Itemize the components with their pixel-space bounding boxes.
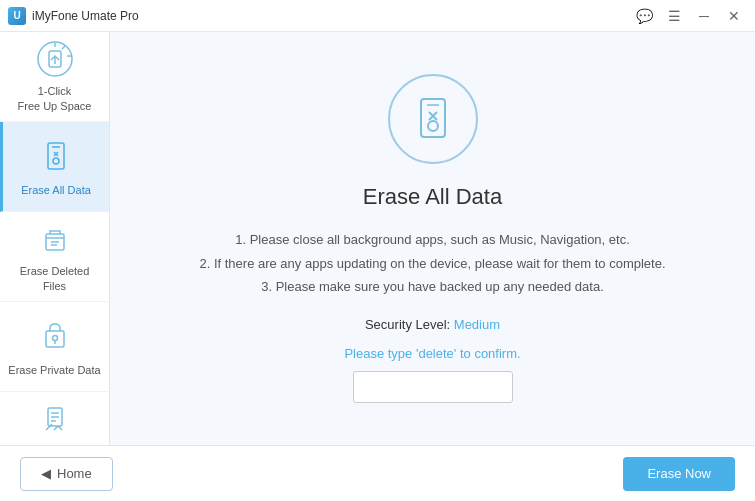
app-title: iMyFone Umate Pro	[32, 9, 139, 23]
svg-point-8	[53, 158, 59, 164]
main-layout: 1-ClickFree Up Space Erase All Data	[0, 32, 755, 445]
confirm-text: Please type 'delete' to confirm.	[344, 346, 520, 361]
erase-fragments-label: Erase Private Fragments	[8, 444, 101, 445]
instruction-1: 1. Please close all background apps, suc…	[199, 228, 665, 251]
footer: ◀ Home Erase Now	[0, 445, 755, 501]
app-icon: U	[8, 7, 26, 25]
security-label: Security Level:	[365, 317, 450, 332]
svg-point-22	[428, 121, 438, 131]
sidebar-item-erase-all[interactable]: Erase All Data	[0, 122, 109, 212]
home-arrow-icon: ◀	[41, 466, 51, 481]
content-area: Erase All Data 1. Please close all backg…	[110, 32, 755, 445]
erase-all-label: Erase All Data	[21, 183, 91, 197]
home-button[interactable]: ◀ Home	[20, 457, 113, 491]
instruction-3: 3. Please make sure you have backed up a…	[199, 275, 665, 298]
erase-private-label: Erase Private Data	[8, 363, 100, 377]
sidebar: 1-ClickFree Up Space Erase All Data	[0, 32, 110, 445]
main-icon-circle	[388, 74, 478, 164]
minimize-button[interactable]: ─	[691, 6, 717, 26]
content-title: Erase All Data	[363, 184, 502, 210]
security-value-link[interactable]: Medium	[454, 317, 500, 332]
sidebar-item-erase-private[interactable]: Erase Private Data	[0, 302, 109, 392]
free-up-icon	[34, 40, 76, 78]
title-bar: U iMyFone Umate Pro 💬 ☰ ─ ✕	[0, 0, 755, 32]
confirm-post: to confirm.	[456, 346, 520, 361]
svg-rect-13	[46, 331, 64, 347]
sidebar-item-erase-fragments[interactable]: Erase Private Fragments	[0, 392, 109, 445]
erase-deleted-icon	[34, 220, 76, 258]
confirm-keyword: 'delete'	[416, 346, 456, 361]
erase-deleted-label: Erase Deleted Files	[8, 264, 101, 293]
free-up-label: 1-ClickFree Up Space	[18, 84, 92, 113]
instructions: 1. Please close all background apps, suc…	[199, 228, 665, 298]
instruction-2: 2. If there are any apps updating on the…	[199, 252, 665, 275]
sidebar-item-erase-deleted[interactable]: Erase Deleted Files	[0, 212, 109, 302]
erase-private-icon	[34, 316, 76, 357]
erase-all-icon	[35, 136, 77, 177]
menu-button[interactable]: ☰	[661, 6, 687, 26]
erase-fragments-icon	[34, 400, 76, 438]
confirm-pre: Please type	[344, 346, 416, 361]
title-bar-controls: 💬 ☰ ─ ✕	[631, 6, 747, 26]
svg-line-3	[62, 46, 65, 49]
close-button[interactable]: ✕	[721, 6, 747, 26]
sidebar-item-free-up[interactable]: 1-ClickFree Up Space	[0, 32, 109, 122]
title-bar-left: U iMyFone Umate Pro	[8, 7, 139, 25]
feedback-button[interactable]: 💬	[631, 6, 657, 26]
security-level: Security Level: Medium	[365, 317, 500, 332]
erase-now-button[interactable]: Erase Now	[623, 457, 735, 491]
confirm-input[interactable]	[353, 371, 513, 403]
svg-point-14	[52, 336, 57, 341]
